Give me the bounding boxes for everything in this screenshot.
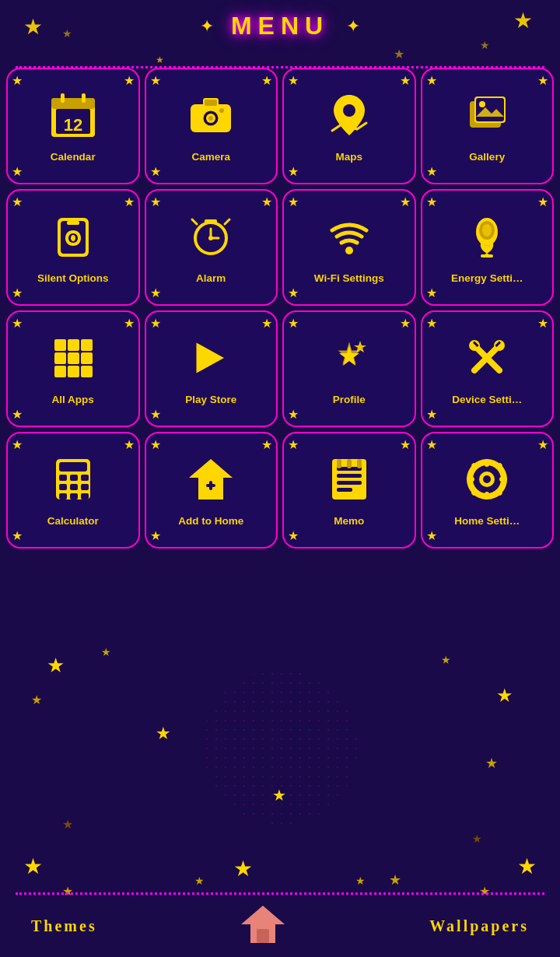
svg-rect-66 — [59, 493, 67, 500]
alarm-label: Alarm — [196, 272, 226, 285]
svg-rect-4 — [61, 93, 65, 103]
all-apps-icon — [50, 335, 96, 387]
svg-point-29 — [345, 247, 353, 254]
svg-point-13 — [343, 104, 355, 117]
svg-rect-71 — [209, 481, 212, 490]
scatter-star: ★ — [23, 854, 43, 879]
svg-rect-74 — [337, 474, 362, 478]
app-tile-gallery[interactable]: ★ ★ Gallery ★ — [421, 68, 555, 184]
tile-star: ★ — [12, 286, 23, 300]
svg-text:12: 12 — [64, 115, 82, 135]
svg-rect-59 — [59, 462, 87, 471]
wifi-icon — [326, 213, 373, 266]
scatter-star: ★ — [101, 646, 111, 658]
scatter-star: ★ — [194, 875, 205, 887]
app-tile-home-settings[interactable]: ★ ★ Home Sett — [421, 432, 555, 549]
app-tile-camera[interactable]: ★ ★ Camera ★ — [145, 68, 278, 184]
home-settings-icon — [464, 456, 510, 509]
add-to-home-label: Add to Home — [178, 515, 243, 528]
calendar-label: Calendar — [51, 151, 96, 163]
tile-star: ★ — [12, 316, 23, 331]
app-tile-maps[interactable]: ★ ★ Maps ★ — [282, 68, 416, 184]
tile-star: ★ — [12, 528, 23, 543]
app-tile-profile[interactable]: ★ ★ Profile ★ — [282, 310, 416, 427]
scatter-star: ★ — [441, 654, 451, 666]
tile-star: ★ — [124, 195, 135, 209]
app-tile-all-apps[interactable]: ★ ★ All Apps ★ — [6, 310, 140, 427]
svg-line-27 — [225, 219, 229, 224]
play-store-label: Play Store — [185, 394, 236, 406]
tile-star: ★ — [426, 286, 437, 300]
tile-star: ★ — [288, 407, 299, 422]
app-tile-wifi-settings[interactable]: ★ ★ Wi-Fi Settings ★ — [282, 189, 416, 306]
svg-rect-16 — [476, 98, 504, 121]
tile-star: ★ — [12, 407, 23, 422]
tile-star: ★ — [12, 73, 23, 88]
svg-line-26 — [192, 219, 197, 224]
tile-star: ★ — [150, 73, 161, 88]
scatter-star: ★ — [517, 854, 537, 879]
bottom-bar: Themes Wallpapers — [0, 895, 560, 957]
tile-star: ★ — [288, 528, 299, 543]
svg-rect-67 — [70, 493, 78, 500]
svg-point-34 — [482, 224, 492, 237]
app-tile-play-store[interactable]: ★ ★ Play Store ★ — [145, 310, 278, 427]
tile-star: ★ — [124, 73, 135, 88]
svg-point-25 — [208, 236, 213, 240]
svg-rect-5 — [82, 93, 86, 103]
tile-star: ★ — [124, 437, 135, 452]
home-icon — [240, 901, 286, 948]
camera-icon — [187, 92, 234, 145]
tile-star: ★ — [261, 316, 272, 331]
app-tile-silent-options[interactable]: ★ ★ Silent Options ★ — [6, 189, 140, 306]
app-tile-energy-settings[interactable]: ★ ★ Energy Setti… ★ — [421, 189, 555, 306]
tile-star: ★ — [150, 164, 161, 179]
svg-rect-68 — [81, 493, 89, 500]
tile-star: ★ — [261, 437, 272, 452]
scatter-star: ★ — [485, 755, 498, 772]
svg-rect-38 — [54, 352, 66, 364]
calculator-icon — [50, 456, 96, 509]
svg-rect-76 — [337, 488, 352, 492]
scatter-star: ★ — [496, 685, 513, 706]
scatter-star: ★ — [355, 875, 366, 887]
svg-marker-50 — [339, 345, 359, 366]
app-tile-calculator[interactable]: ★ ★ Calculator ★ — [6, 432, 140, 549]
scatter-star: ★ — [31, 692, 42, 707]
tile-star: ★ — [12, 164, 23, 179]
tile-star: ★ — [426, 528, 437, 543]
add-to-home-icon — [187, 456, 234, 509]
tile-star: ★ — [426, 195, 437, 209]
svg-rect-93 — [257, 929, 269, 943]
home-button[interactable] — [240, 901, 286, 951]
tile-star: ★ — [426, 73, 437, 88]
svg-rect-37 — [81, 339, 93, 351]
scatter-star: ★ — [472, 833, 482, 845]
themes-button[interactable]: Themes — [31, 917, 97, 935]
memo-icon — [326, 456, 373, 509]
svg-rect-84 — [485, 459, 489, 467]
svg-rect-60 — [59, 475, 67, 481]
wallpapers-button[interactable]: Wallpapers — [429, 917, 529, 935]
app-tile-calendar[interactable]: ★ ★ 12 Calendar ★ — [6, 68, 140, 184]
svg-rect-87 — [499, 477, 507, 482]
header: ✦ MENU ✦ — [0, 0, 560, 48]
app-tile-device-settings[interactable]: ★ ★ Device Setti… ★ — [421, 310, 555, 427]
app-tile-memo[interactable]: ★ ★ Memo ★ — [282, 432, 416, 549]
bottom-area: ★ ★ ★ ★ ★ ★ ★ ★ ★ ★ ★ ★ ★ ★ ★ ★ ★ ★ Them… — [0, 630, 560, 957]
app-tile-add-to-home[interactable]: ★ ★ Add to Home ★ — [145, 432, 278, 549]
tile-star: ★ — [124, 316, 135, 331]
app-tile-alarm[interactable]: ★ ★ Alarm ★ — [145, 189, 278, 306]
tile-star: ★ — [12, 195, 23, 209]
svg-rect-62 — [81, 475, 89, 481]
tile-star: ★ — [426, 437, 437, 452]
svg-rect-36 — [68, 339, 79, 351]
svg-rect-43 — [81, 366, 93, 377]
silent-options-label: Silent Options — [37, 272, 109, 285]
tile-star: ★ — [426, 407, 437, 422]
tile-star: ★ — [150, 407, 161, 422]
profile-label: Profile — [333, 394, 366, 406]
device-settings-label: Device Setti… — [452, 394, 522, 406]
memo-label: Memo — [334, 515, 364, 528]
svg-rect-1 — [51, 98, 95, 109]
